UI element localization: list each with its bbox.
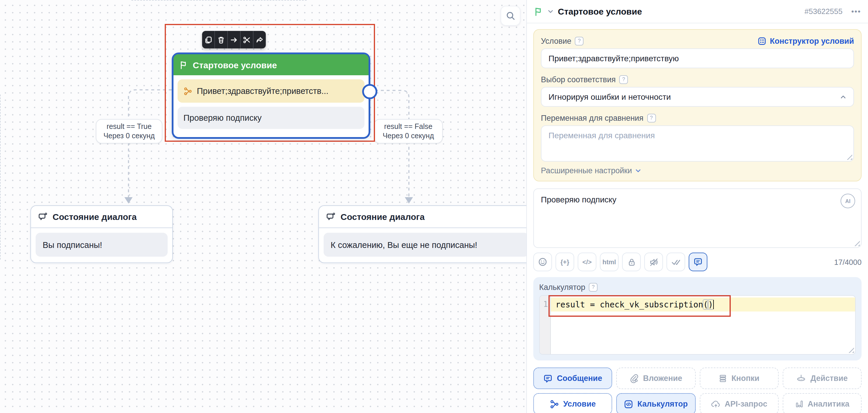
output-port[interactable] [362, 84, 377, 99]
match-select[interactable]: Игнорируя ошибки и неточности [541, 87, 854, 107]
block-message-button[interactable]: Сообщение [533, 368, 613, 389]
insert-variable-button[interactable]: {+} [556, 252, 574, 271]
copy-icon [205, 36, 212, 43]
dialog-node-header: Состояние диалога [31, 206, 172, 228]
dialog-bubble-icon [326, 212, 335, 221]
share-button[interactable] [253, 31, 266, 48]
flow-canvas[interactable]: result == True Через 0 секунд result == … [0, 0, 526, 413]
advanced-settings-link[interactable]: Расширенные настройки [541, 166, 854, 175]
block-label: Вложение [643, 374, 682, 383]
message-bubble-icon [544, 374, 553, 383]
match-label: Выбор соответствия [541, 75, 616, 84]
speaker-muted-icon [649, 257, 659, 267]
char-counter: 17/4000 [711, 257, 862, 266]
more-menu-button[interactable]: ••• [851, 7, 861, 16]
node-toolbar [202, 31, 266, 48]
edge-label-line1: result == True [106, 122, 152, 132]
condition-card: Условие ? Конструктор условий Привет;здр… [533, 29, 862, 181]
condition-row[interactable]: Привет;здравствуйте;приветств... [178, 79, 365, 103]
mute-button[interactable] [644, 252, 663, 271]
insert-code-button[interactable]: </> [578, 252, 596, 271]
flag-icon [534, 7, 543, 16]
help-icon[interactable]: ? [647, 113, 656, 122]
action-icon [797, 373, 806, 383]
block-label: Калькулятор [637, 400, 688, 408]
message-value: Проверяю подписку [541, 195, 616, 204]
help-icon[interactable]: ? [619, 75, 628, 84]
chevron-down-icon [635, 167, 641, 174]
canvas-search-button[interactable] [501, 6, 521, 26]
annotation-rectangle [549, 295, 731, 317]
message-text: Проверяю подписку [183, 113, 262, 123]
dialog-message-text: К сожалению, Вы еще не подписаны! [331, 240, 477, 249]
branch-icon [183, 87, 192, 95]
arrow-right-icon [230, 36, 238, 43]
calculator-label-row: Калькулятор ? [539, 282, 856, 292]
goto-button[interactable] [227, 31, 240, 48]
block-action-button[interactable]: Действие [783, 368, 862, 389]
builder-link-text: Конструктор условий [770, 36, 854, 45]
block-label: Аналитика [808, 400, 849, 408]
block-calculator-button[interactable]: Калькулятор [617, 393, 696, 413]
app-window: result == True Через 0 секунд result == … [0, 0, 868, 413]
condition-input[interactable]: Привет;здравствуйте;приветствую [541, 48, 854, 68]
panel-header: Стартовое условие #53622555 ••• [527, 0, 868, 23]
block-label: API-запрос [724, 400, 767, 408]
html-icon: html [602, 259, 616, 266]
emoji-button[interactable] [533, 252, 552, 271]
dialog-bubble-icon [38, 212, 47, 221]
variable-icon: {+} [560, 259, 569, 266]
block-buttons-button[interactable]: Кнопки [700, 368, 779, 389]
match-select-value: Игнорируя ошибки и неточности [549, 92, 671, 102]
start-condition-node[interactable]: Стартовое условие Привет;здравствуйте;пр… [172, 53, 370, 139]
settings-panel: Стартовое условие #53622555 ••• Условие … [526, 0, 868, 413]
message-bubble-icon [693, 257, 703, 267]
condition-text: Привет;здравствуйте;приветств... [197, 86, 329, 96]
dialog-node-title: Состояние диалога [341, 212, 425, 222]
block-api-button[interactable]: API-запрос [700, 393, 779, 413]
edge-label-false[interactable]: result == False Через 0 секунд [374, 119, 443, 143]
message-row[interactable]: Проверяю подписку [178, 107, 365, 129]
message-textarea[interactable]: Проверяю подписку AI [533, 188, 862, 248]
resize-handle[interactable] [846, 154, 852, 160]
dialog-message-row[interactable]: К сожалению, Вы еще не подписаны! [323, 233, 526, 257]
dialog-state-node-false[interactable]: Состояние диалога К сожалению, Вы еще не… [318, 205, 526, 263]
block-condition-button[interactable]: Условие [533, 393, 613, 413]
block-attachment-button[interactable]: Вложение [617, 368, 696, 389]
start-node-header: Стартовое условие [174, 54, 369, 75]
code-editor[interactable]: 1 result = check_vk_subscription() [539, 295, 856, 355]
html-button[interactable]: html [600, 252, 619, 271]
edge-label-true[interactable]: result == True Через 0 секунд [96, 119, 162, 143]
help-icon[interactable]: ? [575, 36, 584, 45]
help-icon[interactable]: ? [589, 283, 597, 291]
dialog-node-header: Состояние диалога [319, 206, 526, 228]
dialog-state-node-true[interactable]: Состояние диалога Вы подписаны! [30, 205, 173, 263]
variable-label-row: Переменная для сравнения ? [541, 112, 854, 123]
trash-icon [217, 36, 225, 43]
share-icon [256, 36, 264, 43]
builder-icon [757, 36, 766, 45]
ai-assistant-button[interactable]: AI [841, 194, 855, 208]
message-mode-button[interactable] [689, 252, 707, 271]
resize-handle[interactable] [854, 240, 860, 246]
dialog-message-row[interactable]: Вы подписаны! [36, 233, 168, 257]
read-receipt-button[interactable] [666, 252, 685, 271]
block-label: Условие [563, 400, 596, 408]
chevron-down-icon[interactable] [547, 8, 554, 14]
variable-textarea[interactable]: Переменная для сравнения [541, 126, 854, 162]
cut-button[interactable] [240, 31, 253, 48]
edge-label-line2: Через 0 секунд [103, 131, 155, 141]
condition-builder-link[interactable]: Конструктор условий [757, 36, 854, 45]
lock-button[interactable] [622, 252, 641, 271]
block-analytics-button[interactable]: Аналитика [783, 393, 862, 413]
advanced-link-text: Расширенные настройки [541, 166, 632, 175]
copy-button[interactable] [202, 31, 214, 48]
delete-button[interactable] [214, 31, 227, 48]
cloud-upload-icon [711, 399, 720, 409]
edge-label-line1: result == False [384, 122, 432, 132]
scissors-icon [243, 36, 251, 43]
condition-label-row: Условие ? [541, 36, 584, 46]
condition-input-value: Привет;здравствуйте;приветствую [549, 54, 679, 63]
double-check-icon [671, 257, 681, 267]
dialog-message-text: Вы подписаны! [43, 240, 102, 249]
